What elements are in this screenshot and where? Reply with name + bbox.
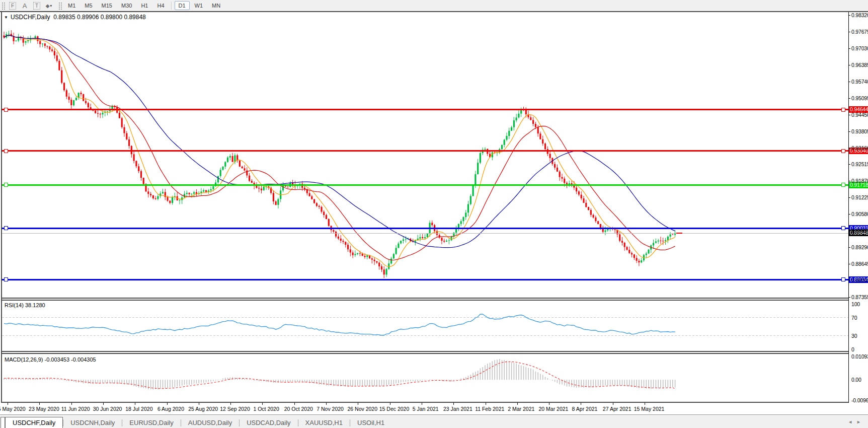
timeframe-button-m15[interactable]: M15 [98, 1, 116, 10]
level-handle-left[interactable] [4, 149, 8, 153]
timeframe-button-m5[interactable]: M5 [81, 1, 96, 10]
price-axis-tick-label: 0.96385 [851, 62, 868, 68]
price-axis-tick [848, 98, 850, 99]
timeframe-button-w1[interactable]: W1 [191, 1, 207, 10]
price-axis-tick [848, 214, 850, 215]
price-axis-tick [848, 82, 850, 82]
time-axis-tick [199, 403, 199, 405]
price-axis-tick-label: 0.92515 [851, 161, 868, 167]
text-label-tool-icon[interactable]: A [19, 1, 30, 10]
level-line-0.90031[interactable] [2, 228, 848, 229]
level-handle-right[interactable] [841, 277, 845, 281]
fibonacci-tool-icon[interactable]: F [7, 1, 18, 10]
main-rsi-splitter[interactable] [1, 298, 848, 299]
chart-tab-xauusd[interactable]: XAUUSD,H1 [298, 417, 350, 428]
time-axis-tick [39, 403, 40, 405]
time-axis-label: 1 Oct 2020 [253, 406, 279, 412]
time-axis-label: 7 Nov 2020 [317, 406, 344, 412]
level-handle-left[interactable] [4, 277, 8, 281]
tab-edge-notch [1, 417, 5, 428]
time-axis-label: 25 Aug 2020 [188, 406, 218, 412]
time-axis-tick [390, 403, 390, 405]
timeframe-button-m30[interactable]: M30 [117, 1, 136, 10]
rsi-indicator-plot[interactable] [2, 301, 848, 351]
rsi-macd-splitter[interactable] [1, 351, 848, 352]
price-axis-tick-label: 0.90580 [851, 211, 868, 217]
level-handle-right[interactable] [841, 149, 845, 153]
time-axis-label: 23 Jan 2021 [443, 406, 472, 412]
price-axis-tick-label: 0.88645 [851, 261, 868, 267]
dropdown-caret-icon[interactable]: ▾ [50, 4, 52, 8]
toolbar-separator [171, 2, 172, 10]
price-axis-tick-label: 0.94450 [851, 112, 868, 118]
time-axis-label: 5 Jan 2021 [413, 406, 439, 412]
macd-signal-line [4, 362, 675, 389]
time-axis-label: 20 Mar 2021 [538, 406, 568, 412]
level-line-0.88034[interactable] [2, 279, 848, 280]
time-axis-tick [486, 403, 486, 405]
price-axis-tick [848, 231, 850, 231]
macd-axis-tick-label: 0.010933 [851, 353, 868, 360]
level-handle-left[interactable] [4, 226, 8, 230]
timeframe-button-m1[interactable]: M1 [64, 1, 80, 10]
price-axis-tick-label: 0.91225 [851, 194, 868, 200]
price-axis-tick [848, 32, 850, 32]
moving-average-45 [4, 35, 675, 248]
level-handle-right[interactable] [841, 183, 845, 187]
arrow-objects-icon[interactable]: ◆▾ [43, 1, 54, 10]
tab-scroll-left-icon[interactable]: ◄ [848, 419, 856, 424]
chart-tab-usdchf[interactable]: USDCHF,Daily [5, 417, 63, 428]
price-chart-plot[interactable] [2, 12, 848, 297]
macd-indicator-plot[interactable] [2, 354, 848, 402]
chart-tab-bar: USDCHF,DailyUSDCNH,DailyEURUSD,DailyAUDU… [0, 414, 868, 428]
price-axis-tick [848, 197, 850, 198]
level-handle-left[interactable] [4, 183, 8, 187]
level-handle-right[interactable] [841, 108, 845, 112]
time-axis-tick [8, 403, 8, 405]
time-axis-tick [453, 403, 454, 405]
tab-scroll-arrows: ◄► [848, 419, 865, 424]
chart-tab-audusd[interactable]: AUDUSD,Daily [181, 417, 239, 428]
level-line-0.91718[interactable] [2, 184, 848, 186]
level-handle-left[interactable] [4, 108, 8, 112]
price-axis-tick [848, 297, 850, 298]
level-line-0.94644[interactable] [2, 109, 848, 110]
price-axis-tick [848, 280, 850, 281]
timeframe-button-d1[interactable]: D1 [175, 1, 190, 10]
level-line-0.93040[interactable] [2, 150, 848, 152]
price-axis-tick [848, 247, 850, 248]
mt4-chart-window: F A T ◆▾ M1M5M15M30H1H4D1W1MN ▼USDCHF,Da… [0, 0, 868, 428]
price-axis-tick-label: 0.91870 [851, 178, 868, 184]
time-axis-tick [103, 403, 104, 405]
timeframe-button-h4[interactable]: H4 [153, 1, 168, 10]
timeframe-button-mn[interactable]: MN [208, 1, 224, 10]
rsi-axis-tick-label: 70 [851, 315, 857, 321]
time-axis-tick [326, 403, 327, 405]
price-axis-tick-label: 0.89290 [851, 244, 868, 250]
time-axis-label: 18 Jul 2020 [125, 406, 152, 412]
current-price-line [2, 233, 848, 234]
time-axis-label: 15 Dec 2020 [379, 406, 410, 412]
timeframe-button-group: M1M5M15M30H1H4D1W1MN [63, 1, 225, 10]
time-axis-label: 11 Jun 2020 [61, 406, 90, 412]
chart-tab-usdcad[interactable]: USDCAD,Daily [240, 417, 297, 428]
chart-tab-usdcnh[interactable]: USDCNH,Daily [63, 417, 122, 428]
time-axis-tick [645, 403, 645, 405]
chart-tab-eurusd[interactable]: EURUSD,Daily [122, 417, 180, 428]
tab-scroll-right-icon[interactable]: ► [856, 419, 865, 424]
toolbar-grip-2[interactable] [58, 2, 62, 10]
time-axis-label: 20 Oct 2020 [284, 406, 313, 412]
toolbar-grip[interactable] [1, 2, 5, 10]
time-axis-tick [517, 403, 518, 405]
rsi-axis-tick-label: 30 [851, 333, 857, 339]
price-axis-tick-label: 0.95095 [851, 95, 868, 101]
time-axis-tick [358, 403, 358, 405]
price-axis-tick-label: 0.93160 [851, 145, 868, 151]
chart-tab-usoil[interactable]: USOil,H1 [350, 417, 391, 428]
level-handle-right[interactable] [841, 226, 845, 230]
text-tool-icon[interactable]: T [31, 1, 42, 10]
price-axis-tick [848, 264, 850, 264]
time-axis-label: 26 Nov 2020 [347, 406, 377, 412]
timeframe-button-h1[interactable]: H1 [137, 1, 152, 10]
price-axis-tick [848, 48, 850, 49]
